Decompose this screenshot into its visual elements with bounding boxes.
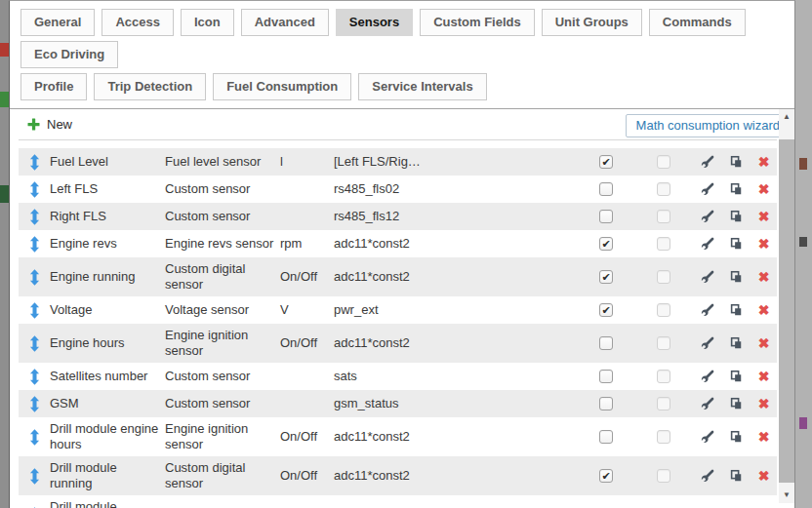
visible-checkbox[interactable]: [599, 182, 613, 196]
tab-general[interactable]: General: [20, 9, 95, 36]
tab-custom-fields[interactable]: Custom Fields: [420, 9, 535, 36]
edit-sensor-button[interactable]: [692, 336, 721, 351]
wrench-icon: [700, 469, 714, 484]
edit-sensor-button[interactable]: [692, 237, 721, 252]
vertical-scrollbar[interactable]: ▲ ▼: [779, 109, 794, 503]
edit-sensor-button[interactable]: [692, 182, 721, 197]
math-consumption-wizard-button[interactable]: Math consumption wizard: [626, 114, 791, 137]
delete-sensor-button[interactable]: ✖: [751, 182, 777, 196]
drag-handle[interactable]: [19, 429, 50, 446]
copy-sensor-button[interactable]: [721, 469, 751, 483]
sensor-type: Custom sensor: [165, 369, 280, 384]
tab-profile[interactable]: Profile: [20, 73, 87, 100]
copy-sensor-button[interactable]: [721, 397, 751, 410]
x-icon: ✖: [758, 155, 770, 169]
scroll-up-icon[interactable]: ▲: [779, 109, 794, 125]
sensor-name: Satellites number: [50, 369, 165, 384]
visible-checkbox[interactable]: [599, 430, 613, 444]
new-sensor-button[interactable]: New: [27, 117, 72, 132]
sensor-row: Engine running Custom digital sensor On/…: [19, 257, 777, 296]
copy-sensor-button[interactable]: [721, 237, 751, 251]
visible-checkbox[interactable]: ✔: [599, 469, 613, 483]
drag-handle[interactable]: [19, 269, 50, 286]
delete-sensor-button[interactable]: ✖: [751, 469, 777, 483]
tab-row-2: ProfileTrip DetectionFuel ConsumptionSer…: [20, 73, 789, 105]
edit-sensor-button[interactable]: [692, 303, 721, 318]
drag-handle[interactable]: [19, 468, 50, 485]
edit-sensor-button[interactable]: [692, 270, 721, 285]
copy-icon: [729, 430, 743, 444]
edit-sensor-button[interactable]: [692, 469, 721, 484]
edit-sensor-button[interactable]: [692, 155, 721, 170]
edit-sensor-button[interactable]: [692, 370, 721, 384]
drag-handle[interactable]: [19, 236, 50, 253]
visible-checkbox[interactable]: ✔: [599, 237, 613, 251]
tab-sensors[interactable]: Sensors: [336, 9, 413, 36]
delete-sensor-button[interactable]: ✖: [751, 430, 777, 444]
delete-sensor-button[interactable]: ✖: [751, 303, 777, 317]
tab-eco-driving[interactable]: Eco Driving: [20, 41, 118, 68]
edit-sensor-button[interactable]: [692, 397, 721, 411]
scroll-down-icon[interactable]: ▼: [779, 488, 794, 503]
copy-sensor-button[interactable]: [721, 182, 751, 196]
sensor-parameter: adc11*const2: [334, 468, 577, 484]
visible-checkbox[interactable]: [599, 397, 613, 410]
delete-sensor-button[interactable]: ✖: [751, 270, 777, 284]
drag-handle[interactable]: [19, 369, 50, 385]
tab-access[interactable]: Access: [102, 9, 174, 36]
delete-sensor-button[interactable]: ✖: [751, 397, 777, 410]
check-icon: ✔: [601, 468, 610, 484]
copy-sensor-button[interactable]: [721, 303, 751, 317]
visible-checkbox[interactable]: [599, 370, 613, 383]
drag-handle[interactable]: [19, 335, 50, 352]
drag-handle[interactable]: [19, 209, 50, 225]
scrollbar-thumb[interactable]: [779, 139, 794, 483]
tab-unit-groups[interactable]: Unit Groups: [542, 9, 642, 36]
x-icon: ✖: [758, 397, 770, 410]
tab-fuel-consumption[interactable]: Fuel Consumption: [213, 73, 351, 100]
edit-sensor-button[interactable]: [692, 210, 721, 224]
check-icon: ✔: [601, 269, 610, 285]
visible-checkbox[interactable]: ✔: [599, 155, 613, 169]
secondary-checkbox: [657, 270, 670, 284]
tab-service-intervals[interactable]: Service Intervals: [358, 73, 486, 100]
visible-checkbox[interactable]: [599, 210, 613, 223]
sensor-type: Custom digital sensor: [165, 460, 280, 491]
wrench-icon: [700, 370, 714, 384]
drag-handle[interactable]: [19, 181, 50, 198]
delete-sensor-button[interactable]: ✖: [751, 370, 777, 383]
sensor-name: Engine revs: [50, 236, 165, 252]
edit-sensor-button[interactable]: [692, 430, 721, 445]
tab-advanced[interactable]: Advanced: [241, 9, 329, 36]
delete-sensor-button[interactable]: ✖: [751, 155, 777, 169]
copy-sensor-button[interactable]: [721, 210, 751, 223]
copy-sensor-button[interactable]: [721, 336, 751, 350]
sensor-type: Engine revs sensor: [165, 236, 280, 252]
copy-icon: [729, 237, 743, 251]
toolbar: New Math consumption wizard: [10, 108, 794, 139]
copy-sensor-button[interactable]: [721, 430, 751, 444]
drag-handle[interactable]: [19, 154, 50, 171]
x-icon: ✖: [758, 430, 770, 444]
x-icon: ✖: [758, 370, 770, 383]
copy-icon: [729, 155, 743, 169]
wrench-icon: [700, 397, 714, 411]
tab-commands[interactable]: Commands: [649, 9, 746, 36]
wrench-icon: [700, 430, 714, 445]
visible-checkbox[interactable]: ✔: [599, 270, 613, 284]
sensor-table: Fuel Level Fuel level sensor l [Left FLS…: [19, 139, 777, 508]
drag-handle[interactable]: [19, 302, 50, 319]
visible-checkbox[interactable]: ✔: [599, 303, 613, 317]
tab-trip-detection[interactable]: Trip Detection: [94, 73, 206, 100]
copy-sensor-button[interactable]: [721, 370, 751, 383]
delete-sensor-button[interactable]: ✖: [751, 210, 777, 223]
sensor-name: Drill module running (validator): [50, 499, 165, 508]
visible-checkbox[interactable]: [599, 336, 613, 350]
copy-sensor-button[interactable]: [721, 270, 751, 284]
drag-handle[interactable]: [19, 396, 50, 412]
delete-sensor-button[interactable]: ✖: [751, 336, 777, 350]
delete-sensor-button[interactable]: ✖: [751, 237, 777, 251]
copy-sensor-button[interactable]: [721, 155, 751, 169]
sensor-unit: On/Off: [280, 468, 334, 484]
tab-icon[interactable]: Icon: [181, 9, 234, 36]
